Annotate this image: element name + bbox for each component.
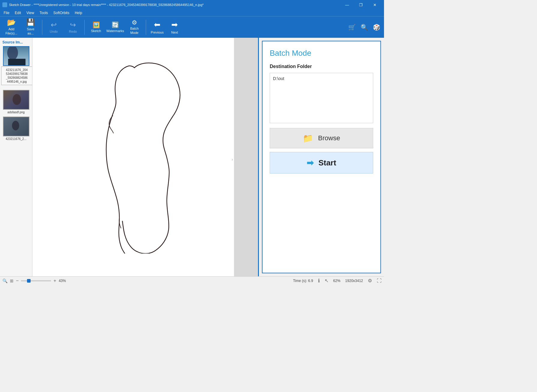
fullscreen-icon[interactable]: ⛶ bbox=[377, 278, 382, 284]
sidebar-item-2-name: adsfasdf.png bbox=[1, 111, 31, 114]
add-files-label: AddFile(s)... bbox=[5, 27, 17, 35]
next-button[interactable]: ➡ Next bbox=[166, 18, 183, 37]
sketch-drawing bbox=[74, 50, 218, 254]
sidebar-item-3[interactable]: 423211676_2... bbox=[1, 117, 31, 141]
undo-label: Undo bbox=[50, 30, 58, 33]
watermarks-button[interactable]: 🔄 Watermarks bbox=[106, 18, 124, 37]
menu-edit[interactable]: Edit bbox=[12, 10, 23, 16]
zoom-slider[interactable] bbox=[21, 280, 51, 281]
save-as-button[interactable]: 💾 Saveas... bbox=[22, 18, 40, 37]
zoom-plus-icon[interactable]: + bbox=[53, 278, 56, 284]
right-gray-area: › bbox=[234, 38, 258, 276]
sidebar-title[interactable]: Source Im... bbox=[1, 40, 31, 46]
title-bar-controls: — ❐ ✕ bbox=[340, 0, 382, 10]
status-right: Time (s): 6.9 ℹ ↖ 62% 1920x3412 ⚙ ⛶ bbox=[293, 278, 382, 284]
share-icon[interactable]: ↖ bbox=[325, 278, 328, 284]
undo-button[interactable]: ↩ Undo bbox=[45, 18, 63, 37]
fit-icon[interactable]: ⊞ bbox=[10, 278, 14, 283]
title-bar: Sketch Drawer - ****Unregistered version… bbox=[0, 0, 384, 10]
thumb-2 bbox=[3, 90, 29, 110]
batch-mode-icon: ⚙ bbox=[132, 19, 137, 25]
previous-button[interactable]: ⬅ Previous bbox=[148, 18, 166, 37]
previous-label: Previous bbox=[151, 31, 164, 34]
destination-folder-input[interactable] bbox=[270, 73, 373, 123]
nav-buttons: ⬅ Previous ➡ Next bbox=[148, 18, 183, 37]
save-as-icon: 💾 bbox=[26, 19, 35, 26]
cart-icon[interactable]: 🛒 bbox=[347, 22, 357, 32]
thumb-3-image bbox=[4, 117, 29, 136]
zoom-percent: 43% bbox=[59, 279, 66, 283]
previous-icon: ⬅ bbox=[154, 20, 160, 29]
destination-folder-label: Destination Folder bbox=[270, 64, 373, 69]
toolbar-separator-2 bbox=[84, 20, 85, 35]
sidebar-item-1[interactable]: 423211676_204 5340399178838 _59286882458… bbox=[1, 46, 31, 66]
menu-help[interactable]: Help bbox=[72, 10, 85, 16]
settings-icon[interactable]: ⚙ bbox=[368, 278, 372, 284]
toolbar-right-icons: 🛒 🔍 🎲 bbox=[347, 22, 382, 32]
sidebar-item-3-name: 423211676_2... bbox=[1, 137, 31, 141]
minimize-button[interactable]: — bbox=[340, 0, 354, 10]
zoom-out-icon[interactable]: − bbox=[16, 278, 19, 284]
close-button[interactable]: ✕ bbox=[368, 0, 382, 10]
svg-point-4 bbox=[13, 94, 21, 105]
add-files-button[interactable]: 📂 AddFile(s)... bbox=[2, 18, 20, 37]
tooltip-text: 423211676_204 5340399178838 _59286882458… bbox=[6, 68, 28, 83]
canvas-arrow: › bbox=[232, 157, 233, 162]
dimensions: 1920x3412 bbox=[345, 279, 363, 283]
undo-icon: ↩ bbox=[51, 21, 57, 28]
svg-rect-2 bbox=[8, 59, 26, 66]
browse-label: Browse bbox=[318, 134, 340, 142]
window-title: Sketch Drawer - ****Unregistered version… bbox=[9, 3, 204, 7]
sketch-area bbox=[32, 38, 258, 276]
menu-file[interactable]: File bbox=[1, 10, 12, 16]
thumb-1-image bbox=[4, 47, 29, 66]
menu-tools[interactable]: Tools bbox=[37, 10, 50, 16]
search-icon[interactable]: 🔍 bbox=[359, 22, 369, 32]
next-icon: ➡ bbox=[171, 20, 178, 29]
maximize-button[interactable]: ❐ bbox=[354, 0, 368, 10]
redo-button[interactable]: ↪ Redo bbox=[64, 18, 82, 37]
watermarks-label: Watermarks bbox=[106, 29, 124, 33]
start-button[interactable]: ➡ Start bbox=[270, 152, 373, 174]
canvas-content: › bbox=[32, 38, 258, 276]
slider-thumb bbox=[27, 279, 31, 283]
tooltip-1: 423211676_204 5340399178838 _59286882458… bbox=[1, 67, 32, 85]
thumb-2-image bbox=[4, 91, 29, 110]
redo-label: Redo bbox=[69, 30, 77, 33]
thumb-3 bbox=[3, 117, 29, 136]
batch-mode-label: BatchMode bbox=[130, 27, 139, 34]
zoom-in-icon[interactable]: 🔍 bbox=[2, 278, 8, 283]
sidebar-item-2[interactable]: adsfasdf.png bbox=[1, 90, 31, 114]
canvas-area: › bbox=[32, 38, 258, 276]
batch-panel: Batch Mode Destination Folder 📁 Browse ➡… bbox=[262, 41, 381, 273]
browse-icon: 📁 bbox=[303, 133, 313, 143]
main-layout: Source Im... bbox=[0, 38, 384, 276]
toolbar: 📂 AddFile(s)... 💾 Saveas... ↩ Undo ↪ Red… bbox=[0, 16, 384, 38]
redo-icon: ↪ bbox=[70, 21, 76, 28]
sketch-button[interactable]: 🖼️ Sketch bbox=[87, 18, 105, 37]
sidebar: Source Im... bbox=[0, 38, 32, 276]
batch-mode-title: Batch Mode bbox=[270, 49, 373, 58]
zoom-level: 62% bbox=[333, 279, 340, 283]
menu-bar: File Edit View Tools SoftOrbits Help bbox=[0, 10, 384, 16]
right-panel: Batch Mode Destination Folder 📁 Browse ➡… bbox=[258, 38, 384, 276]
toolbar-separator-3 bbox=[146, 20, 146, 35]
browse-button[interactable]: 📁 Browse bbox=[270, 128, 373, 148]
toolbar-separator-1 bbox=[42, 20, 42, 35]
status-bar: 🔍 ⊞ − + 43% Time (s): 6.9 ℹ ↖ 62% 1920x3… bbox=[0, 276, 384, 285]
info-icon[interactable]: ℹ bbox=[318, 278, 320, 284]
add-files-icon: 📂 bbox=[7, 19, 16, 26]
menu-view[interactable]: View bbox=[24, 10, 37, 16]
slider-track bbox=[21, 280, 51, 281]
save-as-label: Saveas... bbox=[27, 27, 34, 35]
sketch-label: Sketch bbox=[91, 29, 101, 33]
cube-icon[interactable]: 🎲 bbox=[372, 22, 382, 32]
start-icon: ➡ bbox=[307, 158, 314, 168]
watermarks-icon: 🔄 bbox=[112, 22, 119, 28]
menu-softorbits[interactable]: SoftOrbits bbox=[51, 10, 72, 16]
batch-mode-button[interactable]: ⚙ BatchMode bbox=[125, 18, 143, 37]
next-label: Next bbox=[171, 31, 178, 34]
thumb-1 bbox=[3, 46, 29, 66]
title-bar-left: Sketch Drawer - ****Unregistered version… bbox=[2, 2, 204, 7]
sketch-icon: 🖼️ bbox=[92, 22, 100, 28]
